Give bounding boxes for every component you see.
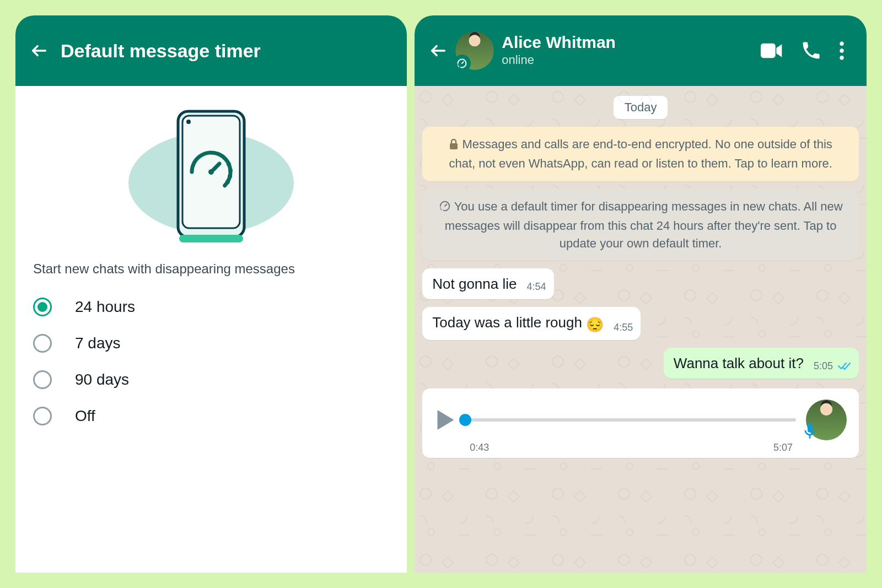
svg-point-7: [228, 168, 233, 172]
svg-rect-11: [179, 235, 243, 242]
svg-point-4: [186, 120, 191, 124]
message-time: 5:05: [814, 360, 851, 373]
page-title: Default message timer: [61, 40, 261, 62]
svg-point-5: [225, 180, 230, 184]
timer-icon: [439, 199, 451, 217]
svg-point-18: [840, 48, 843, 52]
svg-point-6: [228, 174, 232, 179]
voice-seek-track[interactable]: [465, 418, 796, 422]
chat-pane: Alice Whitman online Today: [415, 15, 867, 573]
option-label: Off: [75, 407, 95, 425]
disappearing-timer-notice[interactable]: You use a default timer for disappearing…: [422, 189, 859, 261]
contact-name: Alice Whitman: [502, 34, 616, 51]
radio-indicator: [33, 370, 52, 389]
voice-total: 5:07: [773, 442, 793, 454]
svg-rect-16: [761, 44, 776, 58]
encryption-notice[interactable]: Messages and calls are end-to-end encryp…: [422, 127, 859, 181]
contact-status: online: [502, 53, 616, 67]
timer-option-24-hours[interactable]: 24 hours: [31, 289, 391, 325]
date-separator: Today: [614, 96, 668, 119]
chat-body[interactable]: Today Messages and calls are end-to-end …: [415, 86, 867, 573]
microphone-icon: [803, 423, 817, 441]
encryption-text: Messages and calls are end-to-end encryp…: [449, 137, 832, 170]
more-menu-button[interactable]: [833, 36, 850, 66]
voice-message[interactable]: 0:43 5:07: [422, 389, 859, 458]
svg-point-17: [840, 42, 843, 46]
message-text: Wanna talk about it?: [674, 354, 804, 373]
message-outgoing[interactable]: Wanna talk about it? 5:05: [422, 348, 859, 379]
radio-indicator: [33, 298, 52, 316]
disappearing-timer-icon: [453, 55, 471, 72]
svg-point-25: [440, 207, 441, 208]
read-receipt-icon: [838, 362, 851, 370]
section-label: Start new chats with disappearing messag…: [31, 261, 391, 277]
message-incoming[interactable]: Today was a little rough 😔 4:55: [422, 307, 859, 340]
svg-rect-23: [450, 143, 458, 149]
contact-avatar[interactable]: [455, 31, 494, 70]
option-label: 7 days: [75, 335, 121, 352]
option-label: 24 hours: [75, 298, 135, 316]
svg-point-19: [840, 56, 843, 60]
message-text: Today was a little rough 😔: [432, 314, 604, 335]
voice-sender-avatar: [806, 400, 847, 440]
pensive-emoji: 😔: [586, 316, 604, 335]
svg-rect-27: [808, 423, 812, 432]
timer-option-90-days[interactable]: 90 days: [31, 362, 391, 398]
contact-info[interactable]: Alice Whitman online: [502, 34, 616, 67]
svg-point-13: [458, 66, 459, 67]
video-call-button[interactable]: [755, 37, 788, 64]
message-text: Not gonna lie: [432, 275, 517, 294]
settings-pane: Default message timer: [15, 15, 407, 573]
voice-call-button[interactable]: [796, 36, 826, 66]
timer-notice-text: You use a default timer for disappearing…: [445, 199, 843, 250]
timer-option-7-days[interactable]: 7 days: [31, 325, 391, 362]
svg-point-8: [227, 162, 231, 166]
message-time: 4:54: [526, 281, 546, 294]
radio-indicator: [33, 407, 52, 425]
settings-body: Start new chats with disappearing messag…: [15, 86, 407, 573]
lock-icon: [449, 137, 459, 155]
back-button[interactable]: [429, 41, 448, 60]
option-label: 90 days: [75, 371, 129, 389]
svg-point-10: [208, 169, 214, 175]
radio-indicator: [33, 334, 52, 353]
play-button[interactable]: [434, 408, 455, 431]
svg-point-14: [458, 64, 459, 66]
svg-line-26: [445, 204, 447, 206]
chat-header: Alice Whitman online: [415, 15, 867, 86]
back-button[interactable]: [30, 41, 49, 60]
settings-header: Default message timer: [15, 15, 407, 86]
timer-option-off[interactable]: Off: [31, 398, 391, 434]
voice-elapsed: 0:43: [470, 442, 489, 454]
voice-seek-knob[interactable]: [459, 414, 471, 426]
message-time: 4:55: [614, 322, 633, 335]
message-incoming[interactable]: Not gonna lie 4:54: [422, 268, 859, 299]
timer-illustration: [31, 100, 391, 249]
svg-point-24: [440, 209, 442, 210]
svg-line-15: [462, 62, 464, 63]
